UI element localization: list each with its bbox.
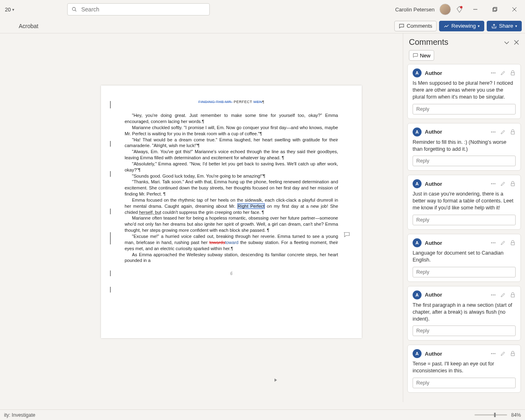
document-area[interactable]: FINDING THE MR. PERFECT MEN¶ "Hey, you'r…	[0, 33, 403, 402]
more-icon[interactable]	[490, 351, 496, 356]
minimize-button[interactable]	[468, 4, 483, 15]
paragraph: Emma focused on the rhythmic tap of her …	[125, 197, 338, 215]
share-icon	[491, 23, 497, 29]
comment-text: Tense = past. I'll keep an eye out for i…	[413, 361, 516, 374]
close-pane-icon[interactable]	[514, 40, 519, 45]
copilot-icon[interactable]	[456, 6, 463, 13]
accessibility-status[interactable]: ity: Investigate	[4, 412, 35, 418]
tracked-insertion: toward	[225, 240, 238, 245]
reviewing-button[interactable]: Reviewing ▾	[439, 21, 484, 31]
reply-input[interactable]	[413, 325, 516, 336]
search-box[interactable]	[67, 3, 210, 15]
resolve-icon[interactable]	[510, 181, 516, 187]
user-avatar[interactable]	[439, 4, 451, 15]
more-icon[interactable]	[490, 240, 496, 246]
edit-icon[interactable]	[500, 292, 506, 298]
more-icon[interactable]	[490, 70, 496, 76]
comment-actions	[490, 351, 516, 356]
comment-card[interactable]: A Author Is Men supposed to be plural he…	[407, 64, 521, 119]
collapse-icon[interactable]	[504, 40, 510, 45]
resolve-icon[interactable]	[510, 240, 516, 246]
paragraph: "Ha! That would be a dream come true." E…	[125, 137, 338, 149]
share-label: Share	[499, 23, 513, 29]
svg-point-12	[494, 73, 495, 73]
reply-input[interactable]	[413, 156, 516, 166]
comment-text: The first paragraph in a new section (st…	[413, 302, 516, 323]
svg-point-18	[494, 184, 495, 185]
more-icon[interactable]	[490, 129, 496, 135]
zoom-slider[interactable]	[474, 414, 507, 416]
share-button[interactable]: Share ▾	[487, 21, 522, 31]
reply-input[interactable]	[413, 215, 516, 225]
comment-avatar: A	[413, 179, 422, 188]
more-icon[interactable]	[490, 181, 496, 187]
resolve-icon[interactable]	[510, 351, 516, 356]
svg-point-25	[491, 354, 492, 354]
svg-rect-4	[493, 8, 496, 11]
zoom-value: 20	[5, 7, 11, 13]
comment-text: Language for document set to Canadian En…	[413, 250, 516, 264]
revision-mark	[110, 101, 111, 108]
font-size-selector[interactable]: 20 ▾	[5, 7, 14, 13]
close-button[interactable]	[507, 4, 522, 15]
comments-button[interactable]: Comments	[394, 21, 437, 31]
inline-comment-marker[interactable]	[343, 231, 350, 238]
user-name: Carolin Petersen	[395, 7, 435, 13]
comment-header: A Author	[413, 128, 516, 136]
svg-point-21	[494, 242, 495, 243]
svg-point-27	[494, 354, 495, 354]
paragraph: Marianne often teased her for being a ho…	[125, 215, 338, 233]
comment-card[interactable]: A Author Just in case you're wondering, …	[407, 175, 521, 230]
tab-acrobat[interactable]: Acrobat	[19, 23, 38, 29]
comment-card[interactable]: A Author Tense = past. I'll keep an eye …	[407, 345, 521, 393]
restore-button[interactable]	[488, 4, 502, 15]
new-comment-icon	[413, 53, 418, 58]
comment-author: Author	[425, 351, 442, 357]
edit-icon[interactable]	[500, 351, 506, 356]
reviewing-icon	[444, 23, 449, 29]
header-men: MEN	[253, 100, 262, 104]
statusbar: ity: Investigate 84%	[0, 409, 525, 420]
comment-author: Author	[425, 181, 442, 187]
comments-list[interactable]: A Author Is Men supposed to be plural he…	[403, 64, 525, 402]
reviewing-label: Reviewing	[451, 23, 476, 29]
search-input[interactable]	[81, 6, 205, 13]
header-strike: FINDING THE MR.	[198, 100, 233, 104]
new-comment-button[interactable]: New	[409, 50, 434, 61]
revision-mark	[110, 141, 111, 147]
edit-icon[interactable]	[500, 70, 506, 76]
svg-point-26	[493, 354, 494, 354]
more-icon[interactable]	[490, 292, 496, 298]
comment-avatar: A	[413, 349, 422, 358]
comment-actions	[490, 292, 516, 298]
comment-avatar: A	[413, 238, 422, 247]
page-number: 6	[125, 271, 338, 277]
reply-input[interactable]	[413, 267, 516, 277]
comment-avatar: A	[413, 68, 422, 77]
comment-card[interactable]: A Author Reminder to fill this in. :) (N…	[407, 123, 521, 171]
paragraph: "Excuse me!" a hurried voice called out,…	[125, 233, 338, 252]
comment-card[interactable]: A Author Language for document set to Ca…	[407, 234, 521, 282]
comment-text: Just in case you're wondering, there is …	[413, 191, 516, 211]
svg-rect-5	[494, 7, 497, 11]
comment-card[interactable]: A Author The first paragraph in a new se…	[407, 286, 521, 341]
ribbon-actions: Comments Reviewing ▾ Share ▾	[394, 21, 522, 31]
edit-icon[interactable]	[500, 240, 506, 246]
resolve-icon[interactable]	[510, 70, 516, 76]
comments-pane: Comments New A Author Is Men supposed to…	[403, 33, 525, 402]
comments-header: Comments	[403, 33, 525, 50]
resolve-icon[interactable]	[510, 129, 516, 135]
tracked-deletion: towards	[209, 240, 225, 245]
scroll-right-arrow[interactable]	[273, 377, 280, 383]
edit-icon[interactable]	[500, 181, 506, 187]
comment-actions	[490, 181, 516, 187]
zoom-percent[interactable]: 84%	[511, 412, 521, 418]
zoom-slider-thumb[interactable]	[494, 413, 496, 417]
edit-icon[interactable]	[500, 129, 506, 135]
svg-line-1	[75, 10, 77, 11]
resolve-icon[interactable]	[510, 292, 516, 298]
reply-input[interactable]	[413, 378, 516, 388]
revision-mark	[110, 232, 111, 244]
titlebar: 20 ▾ Carolin Petersen	[0, 0, 525, 19]
reply-input[interactable]	[413, 104, 516, 114]
